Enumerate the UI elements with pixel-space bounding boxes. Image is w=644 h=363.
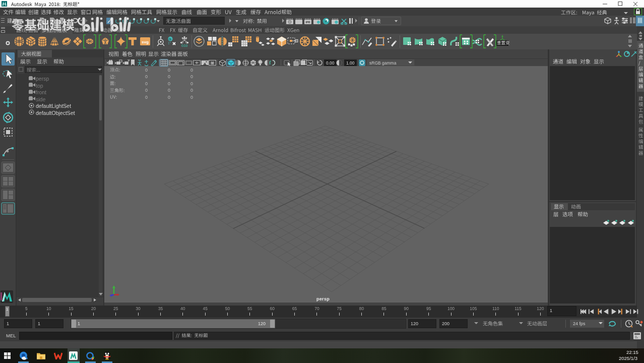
svg-text:T: T — [211, 62, 213, 65]
svg-text:IPR: IPR — [305, 21, 310, 24]
svg-text:svg: svg — [142, 40, 149, 44]
svg-text:0,0,0: 0,0,0 — [181, 44, 188, 47]
